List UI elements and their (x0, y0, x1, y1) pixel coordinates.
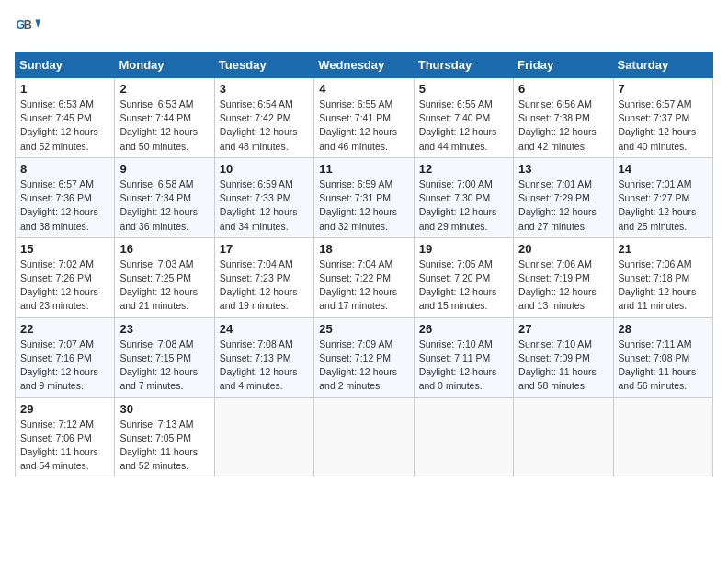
day-info: Sunrise: 6:58 AMSunset: 7:34 PMDaylight:… (119, 178, 198, 232)
day-info: Sunrise: 7:11 AMSunset: 7:08 PMDaylight:… (619, 339, 697, 392)
day-info: Sunrise: 6:54 AMSunset: 7:42 PMDaylight:… (220, 98, 298, 152)
logo-icon: G B (15, 15, 40, 40)
day-info: Sunrise: 7:01 AMSunset: 7:29 PMDaylight:… (518, 178, 597, 232)
weekday-header: Saturday (613, 52, 712, 78)
calendar-week-row: 8 Sunrise: 6:57 AMSunset: 7:36 PMDayligh… (16, 157, 713, 237)
day-number: 19 (419, 242, 508, 256)
calendar-cell: 27 Sunrise: 7:10 AMSunset: 7:09 PMDaylig… (514, 317, 613, 397)
calendar-cell: 9 Sunrise: 6:58 AMSunset: 7:34 PMDayligh… (115, 157, 214, 237)
day-info: Sunrise: 6:55 AMSunset: 7:40 PMDaylight:… (419, 98, 497, 152)
day-info: Sunrise: 6:59 AMSunset: 7:33 PMDaylight:… (220, 178, 298, 232)
day-number: 25 (319, 322, 408, 336)
day-info: Sunrise: 7:07 AMSunset: 7:16 PMDaylight:… (20, 339, 98, 392)
weekday-header: Friday (514, 52, 613, 78)
calendar-week-row: 29 Sunrise: 7:12 AMSunset: 7:06 PMDaylig… (16, 397, 713, 477)
calendar-cell (613, 397, 712, 477)
calendar-cell: 6 Sunrise: 6:56 AMSunset: 7:38 PMDayligh… (514, 78, 613, 158)
calendar-cell (514, 397, 613, 477)
day-number: 2 (119, 82, 209, 96)
day-info: Sunrise: 7:03 AMSunset: 7:25 PMDaylight:… (119, 259, 198, 312)
calendar-cell (214, 397, 313, 477)
day-number: 18 (319, 242, 408, 256)
day-number: 8 (20, 162, 109, 176)
calendar-cell: 24 Sunrise: 7:08 AMSunset: 7:13 PMDaylig… (214, 317, 313, 397)
day-info: Sunrise: 6:53 AMSunset: 7:44 PMDaylight:… (119, 98, 198, 152)
day-info: Sunrise: 7:08 AMSunset: 7:13 PMDaylight:… (220, 339, 298, 392)
day-number: 21 (619, 242, 708, 256)
weekday-header: Sunday (16, 52, 115, 78)
calendar-header: SundayMondayTuesdayWednesdayThursdayFrid… (16, 52, 713, 78)
weekday-header: Monday (115, 52, 214, 78)
day-info: Sunrise: 7:10 AMSunset: 7:09 PMDaylight:… (518, 339, 597, 392)
weekday-header: Thursday (414, 52, 513, 78)
day-info: Sunrise: 6:53 AMSunset: 7:45 PMDaylight:… (20, 98, 98, 152)
day-number: 22 (20, 322, 109, 336)
day-number: 10 (220, 162, 309, 176)
svg-marker-2 (35, 20, 40, 28)
day-number: 27 (518, 322, 608, 336)
calendar-cell: 16 Sunrise: 7:03 AMSunset: 7:25 PMDaylig… (115, 237, 214, 317)
day-number: 6 (518, 82, 608, 96)
day-info: Sunrise: 7:08 AMSunset: 7:15 PMDaylight:… (119, 339, 198, 392)
weekday-header: Wednesday (314, 52, 414, 78)
calendar-table: SundayMondayTuesdayWednesdayThursdayFrid… (15, 52, 713, 477)
day-number: 14 (619, 162, 708, 176)
calendar-cell: 2 Sunrise: 6:53 AMSunset: 7:44 PMDayligh… (115, 78, 214, 158)
calendar-cell: 29 Sunrise: 7:12 AMSunset: 7:06 PMDaylig… (16, 397, 115, 477)
day-number: 29 (20, 402, 109, 416)
calendar-cell: 15 Sunrise: 7:02 AMSunset: 7:26 PMDaylig… (16, 237, 115, 317)
calendar-week-row: 1 Sunrise: 6:53 AMSunset: 7:45 PMDayligh… (16, 78, 713, 158)
day-info: Sunrise: 7:06 AMSunset: 7:18 PMDaylight:… (619, 259, 697, 312)
day-number: 20 (518, 242, 608, 256)
calendar-week-row: 15 Sunrise: 7:02 AMSunset: 7:26 PMDaylig… (16, 237, 713, 317)
logo: G B (15, 15, 44, 40)
day-info: Sunrise: 7:02 AMSunset: 7:26 PMDaylight:… (20, 259, 98, 312)
day-number: 3 (220, 82, 309, 96)
day-info: Sunrise: 7:01 AMSunset: 7:27 PMDaylight:… (619, 178, 697, 232)
day-number: 23 (119, 322, 209, 336)
calendar-cell: 23 Sunrise: 7:08 AMSunset: 7:15 PMDaylig… (115, 317, 214, 397)
day-info: Sunrise: 7:09 AMSunset: 7:12 PMDaylight:… (319, 339, 397, 392)
calendar-cell: 10 Sunrise: 6:59 AMSunset: 7:33 PMDaylig… (214, 157, 313, 237)
day-info: Sunrise: 7:04 AMSunset: 7:22 PMDaylight:… (319, 259, 397, 312)
calendar-cell: 22 Sunrise: 7:07 AMSunset: 7:16 PMDaylig… (16, 317, 115, 397)
calendar-cell: 12 Sunrise: 7:00 AMSunset: 7:30 PMDaylig… (414, 157, 513, 237)
calendar-cell: 21 Sunrise: 7:06 AMSunset: 7:18 PMDaylig… (613, 237, 712, 317)
day-number: 28 (619, 322, 708, 336)
day-number: 7 (619, 82, 708, 96)
day-number: 13 (518, 162, 608, 176)
day-number: 16 (119, 242, 209, 256)
day-number: 17 (220, 242, 309, 256)
calendar-week-row: 22 Sunrise: 7:07 AMSunset: 7:16 PMDaylig… (16, 317, 713, 397)
day-info: Sunrise: 7:10 AMSunset: 7:11 PMDaylight:… (419, 339, 497, 392)
calendar-cell: 5 Sunrise: 6:55 AMSunset: 7:40 PMDayligh… (414, 78, 513, 158)
day-number: 11 (319, 162, 408, 176)
calendar-cell: 20 Sunrise: 7:06 AMSunset: 7:19 PMDaylig… (514, 237, 613, 317)
day-info: Sunrise: 7:05 AMSunset: 7:20 PMDaylight:… (419, 259, 497, 312)
calendar-cell: 28 Sunrise: 7:11 AMSunset: 7:08 PMDaylig… (613, 317, 712, 397)
day-number: 30 (119, 402, 209, 416)
day-info: Sunrise: 6:59 AMSunset: 7:31 PMDaylight:… (319, 178, 397, 232)
page-header: G B (15, 15, 713, 40)
calendar-cell: 18 Sunrise: 7:04 AMSunset: 7:22 PMDaylig… (314, 237, 414, 317)
calendar-cell: 17 Sunrise: 7:04 AMSunset: 7:23 PMDaylig… (214, 237, 313, 317)
day-number: 24 (220, 322, 309, 336)
calendar-cell: 25 Sunrise: 7:09 AMSunset: 7:12 PMDaylig… (314, 317, 414, 397)
day-info: Sunrise: 7:13 AMSunset: 7:05 PMDaylight:… (119, 419, 198, 472)
day-number: 15 (20, 242, 109, 256)
calendar-cell (414, 397, 513, 477)
day-info: Sunrise: 7:06 AMSunset: 7:19 PMDaylight:… (518, 259, 597, 312)
day-number: 12 (419, 162, 508, 176)
svg-text:B: B (24, 18, 32, 31)
calendar-cell: 11 Sunrise: 6:59 AMSunset: 7:31 PMDaylig… (314, 157, 414, 237)
day-number: 26 (419, 322, 508, 336)
calendar-cell: 1 Sunrise: 6:53 AMSunset: 7:45 PMDayligh… (16, 78, 115, 158)
day-info: Sunrise: 6:56 AMSunset: 7:38 PMDaylight:… (518, 98, 597, 152)
day-info: Sunrise: 6:55 AMSunset: 7:41 PMDaylight:… (319, 98, 397, 152)
day-info: Sunrise: 7:12 AMSunset: 7:06 PMDaylight:… (20, 419, 98, 472)
day-number: 5 (419, 82, 508, 96)
day-info: Sunrise: 6:57 AMSunset: 7:36 PMDaylight:… (20, 178, 98, 232)
day-info: Sunrise: 7:00 AMSunset: 7:30 PMDaylight:… (419, 178, 497, 232)
calendar-cell: 30 Sunrise: 7:13 AMSunset: 7:05 PMDaylig… (115, 397, 214, 477)
calendar-cell: 3 Sunrise: 6:54 AMSunset: 7:42 PMDayligh… (214, 78, 313, 158)
